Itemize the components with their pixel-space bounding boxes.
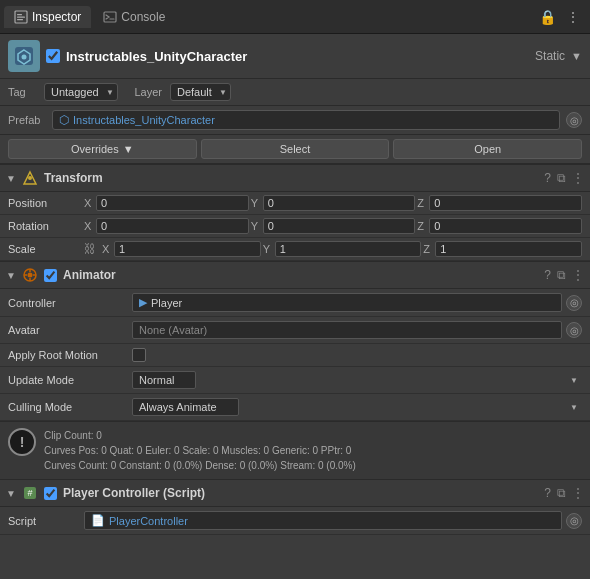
animator-settings-icon[interactable]: ⧉ bbox=[557, 268, 566, 282]
scale-y-input[interactable] bbox=[275, 241, 422, 257]
transform-settings-icon[interactable]: ⧉ bbox=[557, 171, 566, 185]
animator-actions: ? ⧉ ⋮ bbox=[544, 268, 584, 282]
info-line2: Curves Pos: 0 Quat: 0 Euler: 0 Scale: 0 … bbox=[44, 443, 356, 458]
object-active-checkbox[interactable] bbox=[46, 49, 60, 63]
rotation-y-field: Y bbox=[251, 218, 416, 234]
update-mode-select-wrap: Normal bbox=[132, 371, 582, 389]
position-z-label: Z bbox=[417, 197, 427, 209]
console-tab-label: Console bbox=[121, 10, 165, 24]
position-y-input[interactable] bbox=[263, 195, 416, 211]
player-controller-help-icon[interactable]: ? bbox=[544, 486, 551, 500]
position-x-field: X bbox=[84, 195, 249, 211]
animator-help-icon[interactable]: ? bbox=[544, 268, 551, 282]
script-target-button[interactable]: ◎ bbox=[566, 513, 582, 529]
scale-y-field: Y bbox=[263, 241, 422, 257]
player-controller-active-checkbox[interactable] bbox=[44, 487, 57, 500]
rotation-label: Rotation bbox=[8, 220, 80, 232]
open-label: Open bbox=[474, 143, 501, 155]
player-controller-settings-icon[interactable]: ⧉ bbox=[557, 486, 566, 500]
tab-console[interactable]: Console bbox=[93, 6, 175, 28]
update-mode-select[interactable]: Normal bbox=[132, 371, 196, 389]
animator-more-icon[interactable]: ⋮ bbox=[572, 268, 584, 282]
rotation-z-input[interactable] bbox=[429, 218, 582, 234]
position-xyz: X Y Z bbox=[84, 195, 582, 211]
animator-controller-field: ▶ Player bbox=[132, 293, 562, 312]
scale-label: Scale bbox=[8, 243, 80, 255]
rotation-y-input[interactable] bbox=[263, 218, 416, 234]
scale-z-label: Z bbox=[423, 243, 433, 255]
more-options-button[interactable]: ⋮ bbox=[564, 7, 582, 27]
layer-label: Layer bbox=[126, 86, 162, 98]
animator-section-header[interactable]: ▼ Animator ? ⧉ ⋮ bbox=[0, 261, 590, 289]
update-mode-label: Update Mode bbox=[8, 374, 128, 386]
animator-controller-target-button[interactable]: ◎ bbox=[566, 295, 582, 311]
scale-x-input[interactable] bbox=[114, 241, 261, 257]
scale-row: Scale ⛓ X Y Z bbox=[0, 238, 590, 261]
culling-mode-select[interactable]: Always Animate bbox=[132, 398, 239, 416]
prefab-label: Prefab bbox=[8, 114, 46, 126]
script-value: PlayerController bbox=[109, 515, 188, 527]
position-x-input[interactable] bbox=[96, 195, 249, 211]
animator-chevron: ▼ bbox=[6, 270, 16, 281]
prefab-target-button[interactable]: ◎ bbox=[566, 112, 582, 128]
rotation-y-label: Y bbox=[251, 220, 261, 232]
prefab-icon: ⬡ bbox=[59, 113, 69, 127]
player-controller-title: Player Controller (Script) bbox=[63, 486, 538, 500]
script-icon: 📄 bbox=[91, 514, 105, 527]
player-controller-icon: # bbox=[22, 485, 38, 501]
apply-root-motion-checkbox[interactable] bbox=[132, 348, 146, 362]
transform-help-icon[interactable]: ? bbox=[544, 171, 551, 185]
tag-dropdown[interactable]: Untagged bbox=[44, 83, 118, 101]
svg-point-12 bbox=[28, 273, 33, 278]
inspector-tab-icon bbox=[14, 10, 28, 24]
animator-title: Animator bbox=[63, 268, 538, 282]
tag-label: Tag bbox=[8, 86, 36, 98]
info-icon: ! bbox=[8, 428, 36, 456]
prefab-row: Prefab ⬡ Instructables_UnityCharacter ◎ bbox=[0, 106, 590, 135]
culling-mode-select-wrap: Always Animate bbox=[132, 398, 582, 416]
static-label: Static bbox=[535, 49, 565, 63]
animator-avatar-field: None (Avatar) bbox=[132, 321, 562, 339]
player-controller-section-header[interactable]: ▼ # Player Controller (Script) ? ⧉ ⋮ bbox=[0, 479, 590, 507]
svg-text:#: # bbox=[27, 488, 32, 498]
object-name: Instructables_UnityCharacter bbox=[66, 49, 529, 64]
static-dropdown-arrow[interactable]: ▼ bbox=[571, 50, 582, 62]
layer-dropdown[interactable]: Default bbox=[170, 83, 231, 101]
animator-avatar-target-button[interactable]: ◎ bbox=[566, 322, 582, 338]
position-y-label: Y bbox=[251, 197, 261, 209]
script-label: Script bbox=[8, 515, 80, 527]
rotation-z-field: Z bbox=[417, 218, 582, 234]
rotation-row: Rotation X Y Z bbox=[0, 215, 590, 238]
position-z-input[interactable] bbox=[429, 195, 582, 211]
open-button[interactable]: Open bbox=[393, 139, 582, 159]
position-y-field: Y bbox=[251, 195, 416, 211]
layer-dropdown-wrap: Default bbox=[170, 83, 231, 101]
rotation-x-input[interactable] bbox=[96, 218, 249, 234]
culling-mode-row: Culling Mode Always Animate bbox=[0, 394, 590, 421]
overrides-button[interactable]: Overrides ▼ bbox=[8, 139, 197, 159]
scale-xyz: X Y Z bbox=[102, 241, 582, 257]
overrides-arrow: ▼ bbox=[123, 143, 134, 155]
player-controller-more-icon[interactable]: ⋮ bbox=[572, 486, 584, 500]
svg-rect-3 bbox=[17, 19, 23, 20]
prefab-name: Instructables_UnityCharacter bbox=[73, 114, 215, 126]
tab-inspector[interactable]: Inspector bbox=[4, 6, 91, 28]
apply-root-motion-row: Apply Root Motion bbox=[0, 344, 590, 367]
scale-z-field: Z bbox=[423, 241, 582, 257]
overrides-label: Overrides bbox=[71, 143, 119, 155]
transform-section-header[interactable]: ▼ Transform ? ⧉ ⋮ bbox=[0, 164, 590, 192]
position-row: Position X Y Z bbox=[0, 192, 590, 215]
info-line1: Clip Count: 0 bbox=[44, 428, 356, 443]
svg-point-10 bbox=[28, 176, 32, 180]
animator-controller-value: Player bbox=[151, 297, 182, 309]
prefab-field: ⬡ Instructables_UnityCharacter bbox=[52, 110, 560, 130]
select-button[interactable]: Select bbox=[201, 139, 390, 159]
scale-z-input[interactable] bbox=[435, 241, 582, 257]
animator-active-checkbox[interactable] bbox=[44, 269, 57, 282]
scale-link-icon[interactable]: ⛓ bbox=[84, 242, 96, 256]
player-controller-chevron: ▼ bbox=[6, 488, 16, 499]
lock-button[interactable]: 🔒 bbox=[537, 7, 558, 27]
position-x-label: X bbox=[84, 197, 94, 209]
transform-more-icon[interactable]: ⋮ bbox=[572, 171, 584, 185]
action-row: Overrides ▼ Select Open bbox=[0, 135, 590, 164]
